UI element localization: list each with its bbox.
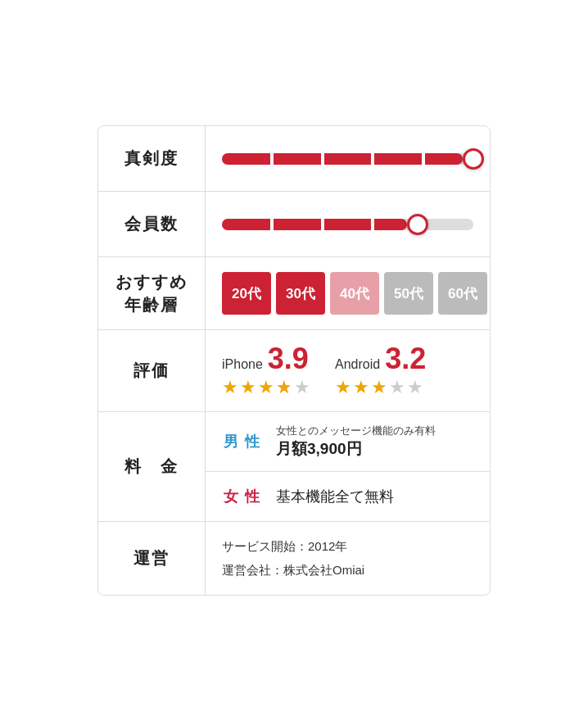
seriousness-row: 真剣度 bbox=[98, 126, 490, 192]
rating-row: 評価 iPhone 3.9 ★ ★ ★ ★★ bbox=[98, 330, 490, 412]
fee-text: 料 金 bbox=[124, 456, 179, 478]
operation-text: 運営 bbox=[133, 547, 170, 569]
iphone-score: 3.9 bbox=[268, 344, 309, 374]
iphone-title-line: iPhone 3.9 bbox=[222, 344, 309, 374]
m-gap1 bbox=[270, 219, 274, 230]
operation-content: サービス開始：2012年 運営会社：株式会社Omiai bbox=[205, 522, 490, 595]
iphone-stars: ★ ★ ★ ★★ ★ bbox=[222, 377, 310, 398]
fee-row: 料 金 男 性 女性とのメッセージ機能のみ有料 月額3,900円 女 性 基本機… bbox=[98, 412, 490, 522]
rating-items: iPhone 3.9 ★ ★ ★ ★★ ★ bbox=[222, 344, 426, 398]
android-star-5: ★ bbox=[407, 377, 423, 398]
android-title-line: Android 3.2 bbox=[335, 344, 426, 374]
age-badges: 20代 30代 40代 50代 60代 bbox=[222, 272, 487, 315]
android-star-1: ★ bbox=[335, 377, 351, 398]
iphone-star-4: ★★ bbox=[276, 377, 292, 398]
iphone-star-2: ★ bbox=[240, 377, 256, 398]
fee-label: 料 金 bbox=[98, 412, 205, 521]
members-text: 会員数 bbox=[124, 213, 179, 235]
age-badge-60: 60代 bbox=[438, 272, 487, 315]
male-fee-row: 男 性 女性とのメッセージ機能のみ有料 月額3,900円 bbox=[206, 412, 490, 472]
seriousness-thumb bbox=[463, 148, 484, 170]
gap1 bbox=[270, 153, 274, 165]
gap2 bbox=[321, 153, 324, 165]
iphone-rating: iPhone 3.9 ★ ★ ★ ★★ ★ bbox=[222, 344, 310, 398]
members-slider bbox=[222, 219, 473, 230]
seriousness-slider bbox=[222, 153, 473, 165]
android-rating: Android 3.2 ★ ★ ★ ★ ★ bbox=[335, 344, 426, 398]
seriousness-label: 真剣度 bbox=[98, 126, 205, 191]
female-label: 女 性 bbox=[222, 487, 263, 506]
seriousness-text: 真剣度 bbox=[124, 147, 179, 170]
rating-label: 評価 bbox=[98, 330, 205, 411]
operation-row: 運営 サービス開始：2012年 運営会社：株式会社Omiai bbox=[98, 522, 490, 595]
iphone-star-3: ★ bbox=[258, 377, 274, 398]
male-label: 男 性 bbox=[222, 432, 263, 451]
age-badge-20: 20代 bbox=[222, 272, 271, 315]
fee-content: 男 性 女性とのメッセージ機能のみ有料 月額3,900円 女 性 基本機能全て無… bbox=[205, 412, 490, 521]
iphone-star-5: ★ bbox=[294, 377, 310, 398]
members-content bbox=[205, 192, 490, 256]
android-stars: ★ ★ ★ ★ ★ bbox=[335, 377, 423, 398]
android-star-4: ★ bbox=[389, 377, 405, 398]
age-row: おすすめ 年齢層 20代 30代 40代 50代 60代 bbox=[98, 257, 490, 330]
m-gap2 bbox=[321, 219, 324, 230]
age-badge-30: 30代 bbox=[276, 272, 325, 315]
age-content: 20代 30代 40代 50代 60代 bbox=[205, 257, 491, 329]
seriousness-content bbox=[205, 126, 490, 191]
male-fee-desc: 女性とのメッセージ機能のみ有料 月額3,900円 bbox=[263, 424, 473, 460]
members-thumb bbox=[407, 214, 428, 235]
female-fee-free: 基本機能全て無料 bbox=[276, 488, 394, 505]
age-badge-40: 40代 bbox=[330, 272, 379, 315]
rating-text: 評価 bbox=[133, 360, 170, 382]
operation-line2: 運営会社：株式会社Omiai bbox=[222, 559, 364, 583]
m-gap3 bbox=[371, 219, 374, 230]
female-fee-row: 女 性 基本機能全て無料 bbox=[206, 472, 490, 521]
iphone-star-1: ★ bbox=[222, 377, 238, 398]
age-label: おすすめ 年齢層 bbox=[98, 257, 205, 329]
members-row: 会員数 bbox=[98, 192, 490, 257]
operation-label: 運営 bbox=[98, 522, 205, 595]
age-label-line2: 年齢層 bbox=[124, 293, 179, 316]
android-score: 3.2 bbox=[385, 344, 426, 374]
gap3 bbox=[371, 153, 374, 165]
operation-line1: サービス開始：2012年 bbox=[222, 535, 364, 559]
android-star-2: ★ bbox=[353, 377, 369, 398]
age-label-line1: おすすめ bbox=[115, 270, 188, 293]
operation-details: サービス開始：2012年 運営会社：株式会社Omiai bbox=[222, 535, 364, 582]
seriousness-fill bbox=[222, 153, 463, 165]
male-fee-sub: 女性とのメッセージ機能のみ有料 bbox=[276, 424, 473, 438]
age-badge-50: 50代 bbox=[384, 272, 433, 315]
members-label: 会員数 bbox=[98, 192, 205, 256]
android-platform: Android bbox=[335, 357, 380, 372]
female-fee-desc: 基本機能全て無料 bbox=[263, 487, 473, 506]
rating-content: iPhone 3.9 ★ ★ ★ ★★ ★ bbox=[205, 330, 490, 411]
android-star-3: ★ bbox=[371, 377, 387, 398]
members-track bbox=[222, 219, 473, 230]
gap4 bbox=[422, 153, 425, 165]
info-card: 真剣度 会員数 bbox=[97, 125, 491, 596]
members-fill bbox=[222, 219, 407, 230]
iphone-platform: iPhone bbox=[222, 357, 263, 372]
male-fee-main: 月額3,900円 bbox=[276, 438, 473, 460]
seriousness-track bbox=[222, 153, 473, 165]
